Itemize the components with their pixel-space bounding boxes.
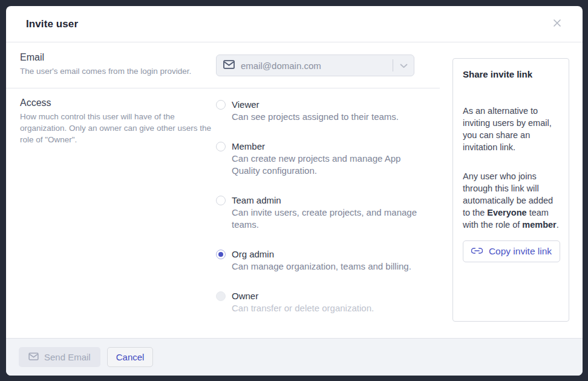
chevron-down-icon: [400, 61, 408, 70]
close-icon: [552, 18, 562, 30]
modal-body: Email The user's email comes from the lo…: [6, 42, 583, 338]
radio-org-admin[interactable]: [216, 250, 226, 259]
radio-option-member: MemberCan create new projects and manage…: [216, 141, 420, 177]
bold-text: member: [522, 220, 556, 230]
modal-footer: Send Email Cancel: [6, 338, 583, 376]
email-label: Email: [20, 52, 216, 63]
radio-option-team-admin: Team adminCan invite users, create proje…: [216, 194, 420, 231]
email-section-header: Email The user's email comes from the lo…: [6, 42, 216, 88]
cancel-button[interactable]: Cancel: [107, 347, 154, 367]
share-invite-link-panel: Share invite link As an alternative to i…: [452, 58, 569, 322]
access-section-header: Access How much control this user will h…: [6, 88, 216, 332]
radio-team-admin[interactable]: [216, 196, 226, 205]
radio-option-org-admin: Org adminCan manage organization, teams …: [216, 248, 420, 273]
text: .: [557, 220, 559, 230]
send-email-button[interactable]: Send Email: [19, 347, 100, 367]
radio-label-member[interactable]: Member: [232, 141, 265, 153]
radio-viewer[interactable]: [216, 100, 226, 110]
radio-label-org-admin[interactable]: Org admin: [232, 248, 274, 260]
radio-label-owner: Owner: [232, 290, 258, 302]
copy-invite-link-label: Copy invite link: [489, 246, 552, 257]
share-panel-paragraph-1: As an alternative to inviting users by e…: [463, 105, 560, 153]
send-email-label: Send Email: [44, 352, 91, 362]
email-section: Email The user's email comes from the lo…: [6, 42, 440, 88]
email-input-group[interactable]: [216, 55, 414, 76]
modal-title: Invite user: [26, 18, 78, 30]
email-input-cell: [216, 42, 414, 88]
radio-description-viewer: Can see projects assigned to their teams…: [232, 111, 420, 123]
close-button[interactable]: [550, 17, 564, 31]
copy-invite-link-button[interactable]: Copy invite link: [463, 240, 560, 262]
access-options-list: ViewerCan see projects assigned to their…: [216, 88, 420, 332]
share-panel-paragraph-2: Any user who joins through this link wil…: [463, 170, 560, 231]
envelope-icon: [28, 352, 39, 362]
input-separator: [393, 59, 393, 71]
radio-label-team-admin[interactable]: Team admin: [232, 194, 281, 207]
link-icon: [471, 246, 483, 257]
access-section: Access How much control this user will h…: [6, 88, 440, 332]
modal-header: Invite user: [6, 6, 583, 42]
radio-description-owner: Can transfer or delete organization.: [232, 302, 420, 314]
radio-owner: [216, 291, 226, 301]
invite-user-modal: Invite user Email The user's email comes…: [6, 6, 583, 376]
radio-option-owner: OwnerCan transfer or delete organization…: [216, 290, 420, 314]
email-input[interactable]: [241, 61, 390, 71]
radio-option-viewer: ViewerCan see projects assigned to their…: [216, 99, 420, 123]
access-description: How much control this user will have of …: [20, 111, 215, 145]
share-panel-title: Share invite link: [463, 68, 560, 81]
access-label: Access: [20, 98, 216, 108]
radio-label-viewer[interactable]: Viewer: [232, 99, 260, 111]
email-dropdown-button[interactable]: [399, 60, 409, 71]
radio-description-org-admin: Can manage organization, teams and billi…: [232, 260, 420, 273]
bold-text: Everyone: [487, 208, 526, 217]
main-column: Email The user's email comes from the lo…: [6, 42, 440, 332]
envelope-icon: [223, 60, 235, 71]
radio-description-member: Can create new projects and manage App Q…: [232, 153, 420, 177]
email-description: The user's email comes from the login pr…: [20, 65, 215, 77]
radio-member[interactable]: [216, 142, 226, 151]
radio-description-team-admin: Can invite users, create projects, and m…: [232, 207, 420, 231]
